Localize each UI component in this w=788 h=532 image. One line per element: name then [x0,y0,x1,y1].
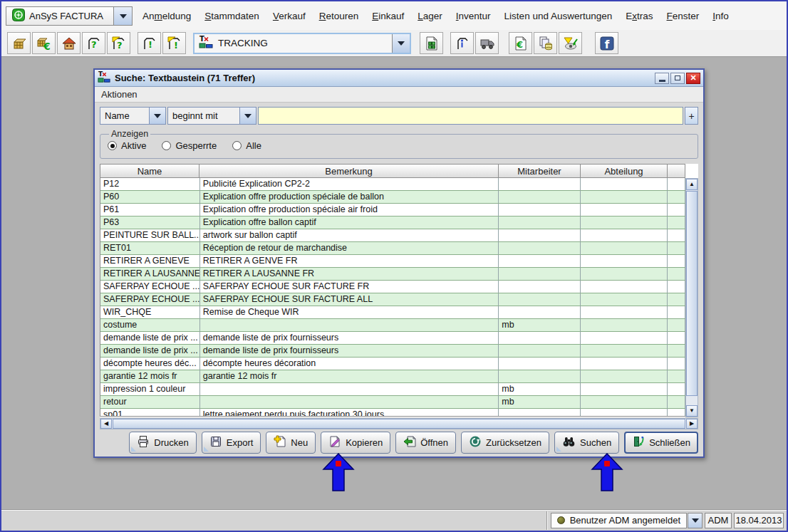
kopieren-button[interactable]: Kopieren [321,432,390,454]
menu-item-anmeldung[interactable]: Anmeldung [142,11,191,21]
radio-gesperrte[interactable]: Gesperrte [162,140,217,151]
column-header-mitarbeiter[interactable]: Mitarbeiter [499,164,581,178]
document-cubes-icon[interactable] [420,32,443,54]
column-header-abteilung[interactable]: Abteilung [581,164,668,178]
vertical-scrollbar[interactable]: ▲ ▼ [685,178,698,417]
table-row[interactable]: WIR_CHQERemise de Cheque WIR [100,306,685,319]
button-label: Öffnen [420,437,448,448]
scroll-right-button[interactable]: ▶ [686,419,698,429]
menu-item-info[interactable]: Info [712,11,729,21]
search-field-combo[interactable]: Name [100,107,166,125]
chevron-down-icon [120,14,127,22]
table-row[interactable]: RETIRER A GENEVERETIRER A GENVE FR [100,255,685,268]
neu-button[interactable]: Neu [266,432,316,454]
app-selector-arrow[interactable] [113,7,132,25]
column-header-name[interactable]: Name [100,164,199,178]
search-input[interactable] [258,107,683,125]
table-cell: mb [499,396,581,409]
eye-check-icon[interactable] [559,32,582,54]
user-status-combo[interactable]: Benutzer ADM angemeldet [551,513,687,528]
radio-label: Gesperrte [175,140,217,151]
scroll-up-button[interactable]: ▲ [686,179,698,190]
alert-hook-new-icon[interactable]: ! [162,32,186,54]
suchen-button[interactable]: Suchen [554,432,619,454]
column-header-bemerkung[interactable]: Bemerkung [199,164,499,178]
alert-blue-hook-icon[interactable] [450,32,474,54]
zuruecksetzen-button[interactable]: Zurücksetzen [461,432,549,454]
search-field-arrow[interactable] [149,108,165,124]
app-selector-combo[interactable]: AnSyS FACTURA [6,6,133,26]
table-row[interactable]: impression 1 couleurmb [100,383,685,396]
table-cell [581,358,668,370]
tracking-combo[interactable]: T TRACKING [193,33,411,54]
table-row[interactable]: sp01lettre paiement perdu puis facturati… [100,409,685,417]
menu-item-aktionen[interactable]: Aktionen [101,89,138,100]
menu-item-einkauf[interactable]: Einkauf [372,11,404,21]
search-operator-combo[interactable]: beginnt mit [167,107,256,125]
menu-item-inventur[interactable]: Inventur [456,11,491,21]
table-row[interactable]: RETIRER A LAUSANNERETIRER A LAUSANNE FR [100,268,685,281]
menu-item-listen-und-auswertungen[interactable]: Listen und Auswertungen [504,11,613,21]
scroll-left-button[interactable]: ◀ [100,419,112,429]
search-operator-arrow[interactable] [239,108,256,124]
horizontal-scroll-thumb[interactable] [113,419,685,429]
table-row[interactable]: demande liste de prix ...demande liste d… [100,345,685,358]
export-button[interactable]: Export [202,432,261,454]
radio-button-icon[interactable] [232,141,242,150]
table-cell: garantie 12 mois fr [200,370,499,383]
oeffnen-button[interactable]: Öffnen [395,432,456,454]
table-cell: mb [499,383,581,396]
dialog-titlebar[interactable]: T Suche: Textbaustein (71 Treffer) ✕ [95,70,703,87]
menu-item-lager[interactable]: Lager [418,11,442,21]
menu-item-stammdaten[interactable]: Stammdaten [204,11,259,21]
add-criteria-button[interactable]: + [685,107,698,125]
scroll-down-button[interactable]: ▼ [686,405,698,417]
table-cell [668,255,685,268]
menu-item-verkauf[interactable]: Verkauf [273,11,306,21]
table-row[interactable]: P63Explication offre ballon captif [100,217,685,229]
help-hook-icon[interactable]: ? [82,32,105,54]
binoculars-icon [562,435,576,450]
radio-button-icon[interactable] [108,141,117,150]
facebook-icon[interactable]: f [595,32,618,54]
radio-alle[interactable]: Alle [232,140,261,151]
menu-item-fenster[interactable]: Fenster [667,11,700,21]
package-euro-icon[interactable]: € [32,32,56,54]
annotation-arrow-suchen [591,453,623,491]
help-hook-new-icon[interactable]: ? [107,32,130,54]
copy-database-icon[interactable] [534,32,557,54]
table-row[interactable]: SAFERPAY ECHOUE ...SAFERPAY ECHOUE SUR F… [100,293,685,306]
table-row[interactable]: SAFERPAY ECHOUE ...SAFERPAY ECHOUE SUR F… [100,281,685,293]
dialog-title: Suche: Textbaustein (71 Treffer) [115,73,653,83]
drucken-button[interactable]: Drucken [129,432,196,454]
table-row[interactable]: garantie 12 mois frgarantie 12 mois fr [100,370,685,383]
menu-item-extras[interactable]: Extras [626,11,653,21]
table-row[interactable]: retourmb [100,396,685,409]
vertical-scroll-thumb[interactable] [686,191,698,396]
tracking-combo-arrow[interactable] [392,34,410,53]
maximize-button[interactable] [670,73,685,84]
user-status-arrow[interactable] [688,513,703,528]
horizontal-scrollbar[interactable]: ◀ ▶ [100,418,698,429]
table-row[interactable]: P12Publicité Explication CP2-2 [100,178,685,191]
table-row[interactable]: demande liste de prix ...demande liste d… [100,332,685,345]
table-row[interactable]: RET01Réception de retour de marchandise [100,242,685,255]
truck-icon[interactable] [475,32,499,54]
table-row[interactable]: décompte heures déc...décompte heures dé… [100,358,685,370]
menu-item-retouren[interactable]: Retouren [319,11,359,21]
table-cell [668,217,685,229]
table-row[interactable]: P61Explication offre production spéciale… [100,204,685,217]
table-row[interactable]: PEINTURE SUR BALL...artwork sur ballon c… [100,229,685,242]
table-row[interactable]: P60Explication offre production spéciale… [100,191,685,204]
radio-aktive[interactable]: Aktive [108,140,146,151]
alert-hook-icon[interactable]: ! [138,32,161,54]
document-euro-icon[interactable]: € [509,32,532,54]
package-icon[interactable] [7,32,31,54]
table-row[interactable]: costumemb [100,319,685,332]
schliessen-button[interactable]: Schließen [624,432,698,454]
minimize-button[interactable] [655,73,669,84]
home-icon[interactable] [57,32,81,54]
radio-button-icon[interactable] [162,141,171,150]
table-cell: Explication offre production spéciale de… [200,191,499,204]
close-button[interactable]: ✕ [686,73,700,84]
